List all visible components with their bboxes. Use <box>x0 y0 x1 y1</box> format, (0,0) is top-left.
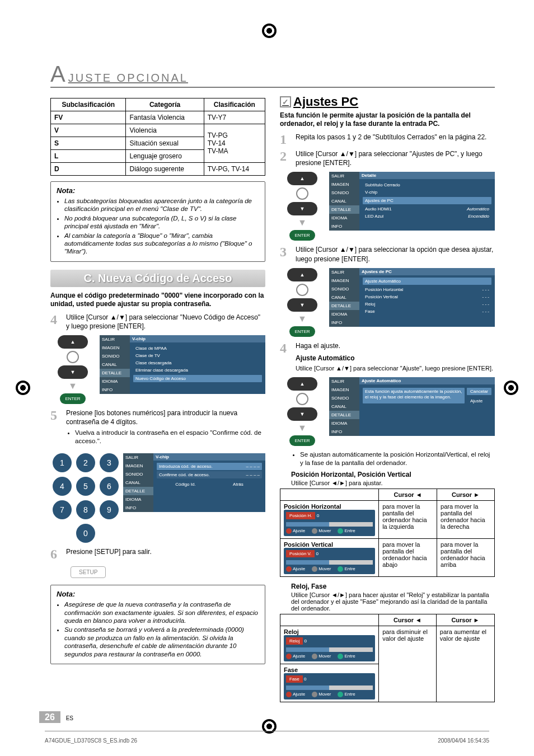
note-box-1: Nota: Las subcategorías bloqueadas apare… <box>50 181 265 262</box>
menu-item: Clase de TV <box>133 352 262 359</box>
step-number: 4 <box>280 341 291 373</box>
th: Cursor ◄ <box>379 614 437 626</box>
note-item: No podrá bloquear una subcategoría (D, L… <box>64 214 259 231</box>
rf-table: Cursor ◄Cursor ► Reloj Reloj 0 AjusteMov… <box>280 614 495 702</box>
slider-illustration: Posición V. 0 AjusteMoverEntre <box>284 548 375 574</box>
remote-illustration: ▲▼▼ENTER <box>280 268 325 337</box>
step-number: 4 <box>50 313 62 331</box>
input-row: Introduzca cód. de acceso. <box>159 464 213 469</box>
menu-tab: IMAGEN <box>123 462 153 470</box>
menu-tab: INFO <box>123 504 153 512</box>
sub-heading: Ajuste Automático <box>296 354 495 363</box>
menu-tab: INFO <box>329 318 359 327</box>
note-item: Al cambiar la categoría a "Bloque" o "Mi… <box>64 232 259 256</box>
th: Cursor ► <box>436 614 494 626</box>
row-label: Posición Horizontal <box>284 503 375 510</box>
num-key: 6 <box>100 477 119 496</box>
menu-tab: DETALLE <box>329 205 359 214</box>
step-number: 1 <box>280 133 291 146</box>
panel-header: Detalle <box>359 172 495 179</box>
tv-menu-screenshot: SALIRIMAGENSONIDOCANALDETALLEIDIOMAINFO … <box>329 377 495 436</box>
menu-tab: SONIDO <box>329 394 359 402</box>
slider-illustration: Fase 0 AjusteMoverEntre <box>284 673 375 699</box>
td: TV-PG TV-14 TV-MA <box>204 124 265 163</box>
td: V <box>51 124 126 137</box>
num-key: 3 <box>100 453 119 472</box>
cursor-up-icon: ▲ <box>287 268 317 281</box>
menu-tab: SONIDO <box>123 470 153 478</box>
td: Fantasía Violencia <box>126 111 204 124</box>
step-number: 3 <box>280 245 291 263</box>
td: Lenguaje grosero <box>126 150 204 163</box>
td: para mover la pantalla del ordenador hac… <box>437 539 495 577</box>
th: Cursor ► <box>437 489 495 501</box>
menu-tab: INFO <box>329 222 359 231</box>
menu-item: Clase de MPAA <box>133 345 262 352</box>
menu-tab: SALIR <box>329 377 359 386</box>
panel-button: Código Id. <box>175 482 195 487</box>
menu-item: Reloj <box>365 302 375 307</box>
menu-item-selected: Ajuste Automático <box>365 279 401 284</box>
menu-tab: CANAL <box>123 478 153 487</box>
input-row: Confirme cód. de acceso. <box>159 472 210 477</box>
td: D <box>51 163 126 176</box>
step-number: 2 <box>280 149 291 167</box>
hv-table: Cursor ◄Cursor ► Posición Horizontal Pos… <box>280 489 495 577</box>
registration-mark <box>262 24 277 38</box>
section-c-banner: C. Nueva Código de Acceso <box>50 270 265 287</box>
cursor-up-icon: ▲ <box>287 377 317 391</box>
remote-illustration: ▲ ▼ ▼ ENTER <box>50 335 95 404</box>
note-box-2: Nota: Asegúrese de que la nueva contrase… <box>50 585 265 664</box>
menu-tab: IDIOMA <box>123 495 153 504</box>
menu-tab: INFO <box>329 428 359 436</box>
num-key: 0 <box>76 524 95 543</box>
remote-illustration: ▲▼▼ENTER <box>280 377 325 446</box>
menu-tab: INFO <box>100 386 130 394</box>
menu-tab: IDIOMA <box>329 419 359 428</box>
page-number: 26 ES <box>39 712 73 722</box>
menu-item: Posición Horizontal <box>365 287 403 292</box>
enter-button-icon: ENTER <box>289 230 315 241</box>
td: Situación sexual <box>126 137 204 150</box>
th: Cursor ◄ <box>379 489 437 501</box>
menu-tab: CANAL <box>329 402 359 411</box>
th: Subclasificación <box>51 98 126 111</box>
enter-button-icon: ENTER <box>60 393 85 404</box>
td: para mover la pantalla del ordenador hac… <box>379 539 437 577</box>
menu-item: Posición Vertical <box>365 294 398 299</box>
row-label: Fase <box>284 666 375 673</box>
menu-tab: IMAGEN <box>100 344 130 352</box>
menu-tab: SONIDO <box>100 352 130 360</box>
menu-tab: DETALLE <box>100 369 130 377</box>
section-title-pc: ✓ Ajustes PC <box>280 95 495 109</box>
menu-tab: DETALLE <box>329 411 359 419</box>
note-item: Las subcategorías bloqueadas aparecerán … <box>64 197 259 213</box>
menu-tab: SALIR <box>329 172 359 180</box>
td: para mover la pantalla del ordenador hac… <box>379 501 437 539</box>
num-key: 1 <box>53 453 72 472</box>
panel-note: Esta función ajusta automáticamente la p… <box>363 388 465 403</box>
classification-table: Subclasificación Categoría Clasificación… <box>50 98 265 176</box>
menu-item: V-chip <box>365 190 377 195</box>
tv-menu-screenshot: SALIRIMAGENSONIDOCANALDETALLEIDIOMAINFO … <box>329 172 495 231</box>
tv-menu-screenshot: SALIRIMAGENSONIDOCANALDETALLEIDIOMAINFO … <box>329 268 495 327</box>
td: Diálogo sugerente <box>126 163 204 176</box>
cursor-up-icon: ▲ <box>58 335 88 349</box>
menu-item: Clase descargada <box>133 359 262 367</box>
registration-mark <box>504 381 518 395</box>
menu-tab: IMAGEN <box>329 386 359 394</box>
step-number: 5 <box>50 408 62 449</box>
num-key: 2 <box>76 453 95 472</box>
menu-tab: IDIOMA <box>100 377 130 386</box>
menu-item-selected: Nuevo Código de Acceso <box>133 375 262 382</box>
tv-menu-screenshot: SALIR IMAGEN SONIDO CANAL DETALLE IDIOMA… <box>123 453 265 512</box>
step-body: Presione [SETUP] para salir. <box>66 547 265 561</box>
panel-button: Cancelar <box>467 388 491 395</box>
menu-tab: IMAGEN <box>329 180 359 189</box>
menu-tab: CANAL <box>100 360 130 369</box>
menu-tab: CANAL <box>329 293 359 302</box>
td: TV-PG, TV-14 <box>204 163 265 176</box>
heading-initial: A <box>50 62 67 87</box>
step-body: Repita los pasos 1 y 2 de "Subtítulos Ce… <box>296 133 495 146</box>
td: para disminuir el valor del ajuste <box>379 626 437 702</box>
